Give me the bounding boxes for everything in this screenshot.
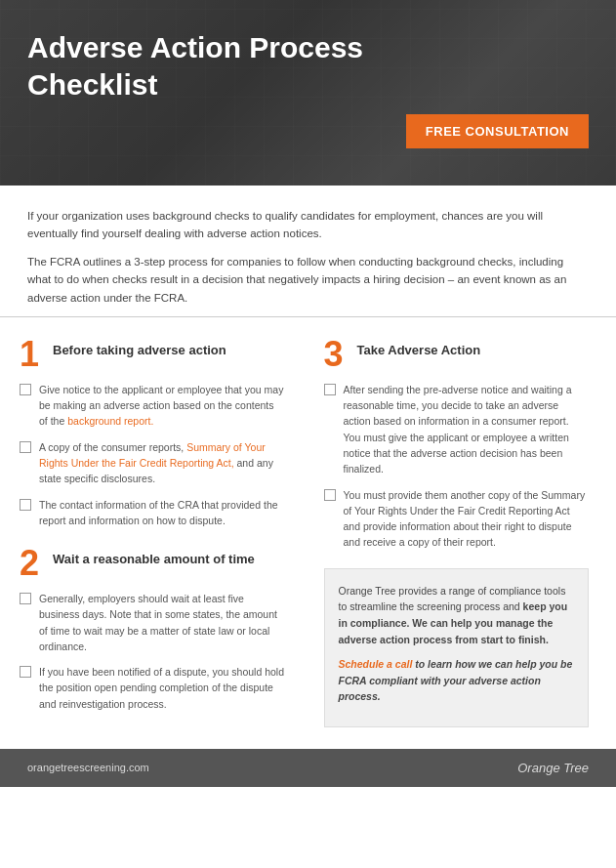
list-item: A copy of the consumer reports, Summary …	[20, 439, 285, 487]
page-title: Adverse Action Process Checklist	[27, 29, 379, 114]
section-1-title: Before taking adverse action	[53, 337, 226, 359]
section-1-header: 1 Before taking adverse action	[20, 337, 285, 372]
main-content: 1 Before taking adverse action Give noti…	[0, 317, 616, 749]
cta-paragraph-1: Orange Tree provides a range of complian…	[339, 583, 575, 648]
free-consultation-button[interactable]: FREE CONSULTATION	[406, 114, 589, 148]
section-2-checklist: Generally, employers should wait at leas…	[20, 591, 285, 712]
intro-paragraph-1: If your organization uses background che…	[27, 207, 589, 243]
cta-box: Orange Tree provides a range of complian…	[324, 568, 590, 728]
section-3-title: Take Adverse Action	[357, 337, 481, 359]
header-content: Adverse Action Process Checklist FREE CO…	[0, 0, 616, 186]
checkbox-1-2[interactable]	[20, 441, 31, 453]
checkbox-2-1[interactable]	[20, 593, 31, 604]
list-item: Give notice to the applicant or employee…	[20, 382, 285, 430]
section-3-header: 3 Take Adverse Action	[324, 337, 590, 372]
section-3-checklist: After sending the pre-adverse notice and…	[324, 382, 590, 551]
checkbox-2-2[interactable]	[20, 666, 31, 678]
list-item: After sending the pre-adverse notice and…	[324, 382, 590, 477]
right-column: 3 Take Adverse Action After sending the …	[314, 337, 590, 729]
footer-website: orangetreescreening.com	[27, 762, 149, 773]
item-text: Generally, employers should wait at leas…	[39, 591, 285, 654]
section-1-checklist: Give notice to the applicant or employee…	[20, 382, 285, 528]
list-item: The contact information of the CRA that …	[20, 497, 285, 529]
section-2-number: 2	[20, 546, 43, 581]
item-text: If you have been notified of a dispute, …	[39, 664, 285, 712]
section-1-number: 1	[20, 337, 43, 372]
checkbox-3-2[interactable]	[324, 489, 336, 501]
checkbox-1-1[interactable]	[20, 384, 31, 395]
section-3-number: 3	[324, 337, 348, 372]
footer: orangetreescreening.com Orange Tree	[0, 749, 616, 787]
intro-section: If your organization uses background che…	[0, 186, 616, 317]
list-item: You must provide them another copy of th…	[324, 487, 590, 551]
footer-brand: Orange Tree	[517, 761, 589, 775]
list-item: Generally, employers should wait at leas…	[20, 591, 285, 654]
intro-paragraph-2: The FCRA outlines a 3-step process for c…	[27, 253, 589, 307]
list-item: If you have been notified of a dispute, …	[20, 664, 285, 712]
item-text: The contact information of the CRA that …	[39, 497, 285, 529]
header: Adverse Action Process Checklist FREE CO…	[0, 0, 616, 186]
item-text: A copy of the consumer reports, Summary …	[39, 439, 285, 487]
checkbox-3-1[interactable]	[324, 384, 336, 395]
cta-paragraph-2: Schedule a call to learn how we can help…	[339, 656, 575, 705]
left-column: 1 Before taking adverse action Give noti…	[20, 337, 295, 729]
checkbox-1-3[interactable]	[20, 499, 31, 511]
header-bottom: FREE CONSULTATION	[27, 114, 589, 166]
section-2-title: Wait a reasonable amount of time	[53, 546, 255, 568]
section-2-header: 2 Wait a reasonable amount of time	[20, 546, 285, 581]
item-text: You must provide them another copy of th…	[344, 487, 590, 551]
item-text: After sending the pre-adverse notice and…	[344, 382, 590, 477]
item-text: Give notice to the applicant or employee…	[39, 382, 285, 430]
